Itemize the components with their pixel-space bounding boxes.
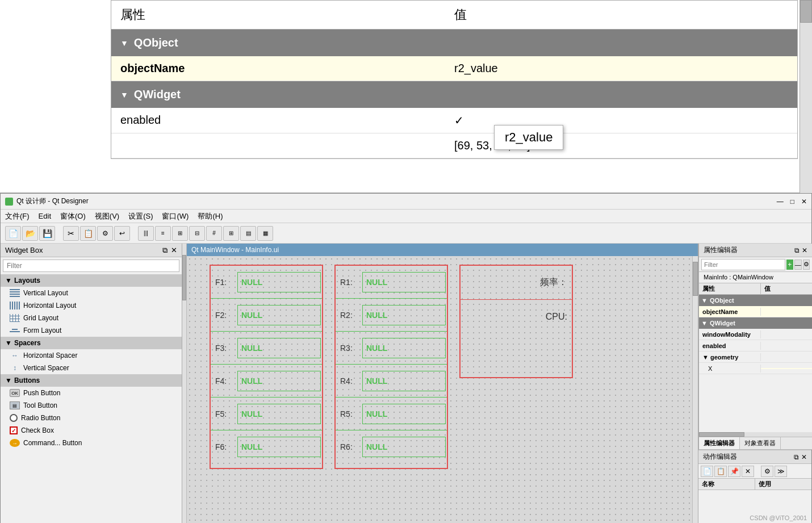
geometry-row: [69, 53, 85, 44] [111, 133, 797, 158]
prop-header-col1: 属性 [120, 6, 454, 23]
qobject-label: QObject [134, 36, 178, 49]
enabled-prop: enabled [120, 114, 454, 127]
tooltip-r2-value: r2_value [494, 125, 563, 150]
objectname-prop: objectName [120, 62, 454, 75]
scrollbar-thumb[interactable] [800, 0, 812, 23]
arrow-icon: ▼ [120, 39, 128, 48]
prop-header-col2: 值 [454, 6, 788, 23]
geometry-prop [120, 139, 454, 152]
arrow-icon2: ▼ [120, 90, 128, 99]
objectname-row: objectName r2_value [111, 56, 797, 81]
qwidget-label: QWidget [134, 88, 181, 101]
top-panel: 属性 值 ▼ QObject objectName r2_value ▼ QWi… [0, 0, 812, 193]
qwidget-section: ▼ QWidget [111, 81, 797, 108]
objectname-value: r2_value [454, 62, 788, 75]
top-property-table: 属性 值 ▼ QObject objectName r2_value ▼ QWi… [111, 0, 798, 159]
enabled-row: enabled ✓ [111, 108, 797, 133]
qobject-section: ▼ QObject [111, 30, 797, 56]
table-header: 属性 值 [111, 1, 797, 30]
scrollbar[interactable] [800, 0, 812, 193]
